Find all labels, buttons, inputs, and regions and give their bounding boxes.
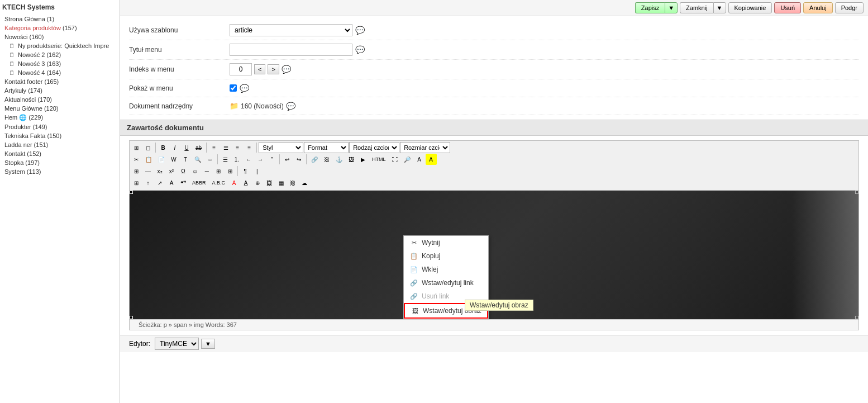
- tb-paragraph-button[interactable]: ¶: [240, 165, 251, 177]
- tb-image2-button[interactable]: 🖼: [264, 177, 275, 188]
- zapisz-arrow-button[interactable]: ▼: [665, 2, 678, 13]
- tb-list-ol-button[interactable]: 1.: [231, 154, 242, 165]
- indeks-increment-button[interactable]: >: [268, 64, 279, 74]
- tb-media-button[interactable]: ▶: [357, 154, 369, 165]
- sidebar-item-system[interactable]: System (113): [2, 167, 117, 176]
- sidebar-item-aktualnosci[interactable]: Aktualności (170): [2, 95, 117, 104]
- tb-fullscreen-button[interactable]: ⛶: [389, 154, 400, 165]
- anuluj-button[interactable]: Anuluj: [803, 2, 833, 13]
- tb-extra3-button[interactable]: ↗: [154, 177, 165, 188]
- sidebar-item-stopka[interactable]: Stopka (197): [2, 158, 117, 167]
- tb-paste-button[interactable]: 📄: [155, 154, 168, 165]
- tb-emoticon-button[interactable]: ☺: [189, 165, 201, 177]
- tb-media2-button[interactable]: ▦: [275, 177, 287, 188]
- tb-abc-button[interactable]: A.B.C: [209, 177, 228, 188]
- tb-align-justify-button[interactable]: ≡: [244, 142, 255, 153]
- sidebar-item-tekniska-fakta[interactable]: Tekniska Fakta (150): [2, 131, 117, 140]
- tb-indent-button[interactable]: →: [255, 154, 266, 165]
- indeks-w-menu-input[interactable]: 0: [230, 63, 252, 75]
- tb-table2-button[interactable]: ⊞: [213, 165, 224, 177]
- resize-handle-bl[interactable]: [130, 316, 133, 319]
- tb-preview-button[interactable]: ◻: [142, 142, 154, 153]
- comment-icon-tytul[interactable]: 💬: [355, 45, 365, 55]
- tb-extra1-button[interactable]: ⊞: [131, 177, 142, 188]
- tb-unlink-button[interactable]: ⛓: [321, 154, 332, 165]
- tb-redo-button[interactable]: ↪: [293, 154, 304, 165]
- tytul-menu-input[interactable]: [230, 44, 352, 56]
- sidebar-item-produkter[interactable]: Produkter (149): [2, 122, 117, 131]
- editor-type-select[interactable]: TinyMCE: [155, 338, 199, 350]
- tb-misc-button[interactable]: |: [251, 165, 263, 177]
- tb-special-button[interactable]: Ω: [178, 165, 189, 177]
- tb-sub-button[interactable]: x₂: [154, 165, 165, 177]
- comment-icon-szablonu[interactable]: 💬: [355, 25, 365, 35]
- tb-rozmiar-czcionki-select[interactable]: Rozmiar czcion: [400, 142, 450, 153]
- tb-align-center-button[interactable]: ☰: [220, 142, 231, 153]
- comment-icon-indeks[interactable]: 💬: [282, 64, 292, 74]
- zapisz-button[interactable]: Zapisz: [635, 2, 665, 13]
- tb-extra4-button[interactable]: ⊕: [252, 177, 263, 188]
- tb-cut-button[interactable]: ✂: [131, 154, 142, 165]
- tb-hr2-button[interactable]: ─: [201, 165, 212, 177]
- ctx-kopiuj[interactable]: 📋 Kopiuj: [404, 249, 488, 263]
- comment-icon-pokaz[interactable]: 💬: [239, 83, 249, 93]
- sidebar-item-nowosc-2[interactable]: 🗒 Nowość 2 (162): [2, 50, 117, 59]
- tb-styl-select[interactable]: Styl: [259, 142, 303, 153]
- ctx-wytnij[interactable]: ✂ Wytnij: [404, 236, 488, 249]
- tb-strikethrough-button[interactable]: ab: [193, 142, 204, 153]
- indeks-decrement-button[interactable]: <: [254, 64, 265, 74]
- tb-rodzaj-czcionki-select[interactable]: Rodzaj czcionk: [349, 142, 399, 153]
- tb-paste-text-button[interactable]: T: [180, 154, 191, 165]
- tb-format-select[interactable]: Format: [304, 142, 349, 153]
- editor-type-toggle[interactable]: ▼: [201, 339, 215, 349]
- comment-icon-dokument[interactable]: 💬: [286, 101, 296, 111]
- ctx-wyrownanie[interactable]: Wyrównanie: [404, 319, 488, 319]
- sidebar-item-artykuly[interactable]: Artykuły (174): [2, 86, 117, 95]
- tb-outdent-button[interactable]: ←: [243, 154, 254, 165]
- tb-underline2-button[interactable]: A: [240, 177, 251, 188]
- sidebar-item-kategoria-produktow[interactable]: Kategoria produktów (157): [2, 23, 117, 32]
- sidebar-item-strona-glowna[interactable]: Strona Główna (1): [2, 15, 117, 23]
- tb-bold-button[interactable]: B: [158, 142, 169, 153]
- tb-blockquote-button[interactable]: ": [266, 154, 278, 165]
- tb-quotes-button[interactable]: ❝❞: [178, 177, 189, 188]
- tb-zoom-button[interactable]: 🔎: [401, 154, 413, 165]
- ctx-wstaw-link[interactable]: 🔗 Wstaw/edytuj link: [404, 276, 488, 290]
- tb-undo-button[interactable]: ↩: [282, 154, 293, 165]
- tb-special-chars-button[interactable]: ⊞: [131, 142, 142, 153]
- resize-handle-br[interactable]: [855, 316, 859, 319]
- editor-body[interactable]: ✂ Wytnij 📋 Kopiuj 📄 Wklej 🔗 Wstaw/edytuj…: [130, 191, 859, 319]
- sidebar-item-kontakt-footer[interactable]: Kontakt footer (165): [2, 77, 117, 86]
- tb-align-left-button[interactable]: ≡: [208, 142, 220, 153]
- tb-link2-button[interactable]: ⛓: [287, 177, 298, 188]
- tb-sup-button[interactable]: x²: [166, 165, 177, 177]
- tb-paste-word-button[interactable]: W: [168, 154, 179, 165]
- tb-align-right-button[interactable]: ≡: [232, 142, 243, 153]
- tb-findreplace-button[interactable]: ↔: [204, 154, 216, 165]
- ctx-wstaw-obraz[interactable]: 🖼 Wstaw/edytuj obraz: [404, 303, 488, 319]
- tb-extra2-button[interactable]: ↑: [142, 177, 154, 188]
- tb-link-button[interactable]: 🔗: [308, 154, 321, 165]
- uzywa-szablonu-select[interactable]: article: [230, 24, 352, 36]
- tb-underline-button[interactable]: U: [181, 142, 192, 153]
- sidebar-item-ladda-ner[interactable]: Ladda ner (151): [2, 140, 117, 149]
- sidebar-item-nowosc-4[interactable]: 🗒 Nowość 4 (164): [2, 68, 117, 77]
- tb-hr-button[interactable]: —: [142, 165, 154, 177]
- tb-highlight-button[interactable]: A: [426, 154, 437, 165]
- sidebar-item-kontakt[interactable]: Kontakt (152): [2, 149, 117, 158]
- podgr-button[interactable]: Podgr: [835, 2, 864, 13]
- sidebar-item-hem[interactable]: Hem 🌐 (229): [2, 113, 117, 122]
- tb-image-button[interactable]: 🖼: [346, 154, 357, 165]
- sidebar-item-nowosci[interactable]: Nowości (160): [2, 32, 117, 41]
- pokaz-w-menu-checkbox[interactable]: [230, 84, 237, 92]
- resize-handle-tl[interactable]: [130, 191, 133, 194]
- tb-misc2-button[interactable]: ☁: [299, 177, 310, 188]
- tb-format-button[interactable]: ⊞: [225, 165, 236, 177]
- tb-copy-button[interactable]: 📋: [142, 154, 155, 165]
- sidebar-item-menu-glowne[interactable]: Menu Główne (120): [2, 104, 117, 113]
- tb-fontcolor2-button[interactable]: A: [228, 177, 240, 188]
- sidebar-item-ny-produktserie[interactable]: 🗒 Ny produktserie: Quicktech Impre: [2, 41, 117, 50]
- tb-find-button[interactable]: 🔍: [192, 154, 204, 165]
- usun-button[interactable]: Usuń: [774, 2, 801, 13]
- tb-anchor-button[interactable]: ⚓: [333, 154, 345, 165]
